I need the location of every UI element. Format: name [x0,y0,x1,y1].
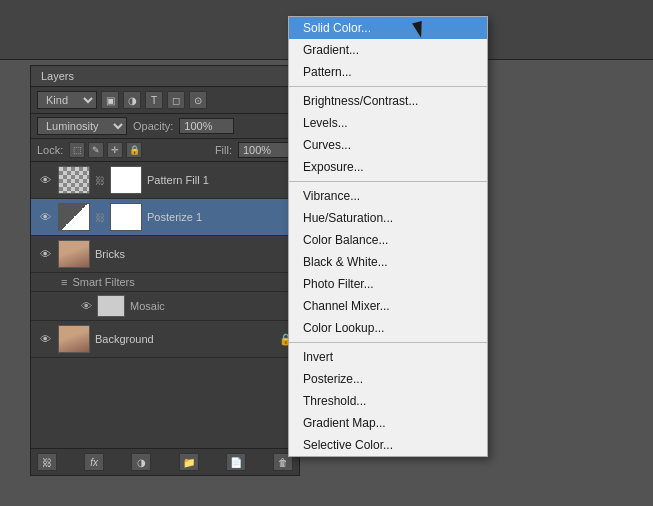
layer-thumb-pattern-fill [58,166,90,194]
mosaic-thumb [97,295,125,317]
layer-thumb-posterize [58,203,90,231]
menu-item-black-white[interactable]: Black & White... [289,251,487,273]
menu-item-color-lookup[interactable]: Color Lookup... [289,317,487,339]
smart-filters-label: Smart Filters [72,276,134,288]
menu-separator-after-exposure [289,181,487,182]
menu-item-brightness-contrast[interactable]: Brightness/Contrast... [289,90,487,112]
mosaic-visibility-icon[interactable]: 👁 [81,300,92,312]
layer-mask-posterize [110,203,142,231]
visibility-toggle-background[interactable]: 👁 [37,331,53,347]
adjustment-layer-menu: Solid Color...Gradient...Pattern...Brigh… [288,16,488,457]
filter-type-icon[interactable]: T [145,91,163,109]
lock-icons: ⬚ ✎ ✛ 🔒 [69,142,142,158]
new-layer-btn[interactable]: 📄 [226,453,246,471]
blend-mode-select[interactable]: Luminosity [37,117,127,135]
layer-name-bricks: Bricks [95,248,293,260]
mosaic-filter-row: 👁 Mosaic [31,292,299,321]
menu-item-solid-color[interactable]: Solid Color... [289,17,487,39]
layer-link-posterize: ⛓ [95,212,105,223]
visibility-toggle-posterize[interactable]: 👁 [37,209,53,225]
fill-input[interactable]: 100% [238,142,293,158]
layer-name-pattern-fill: Pattern Fill 1 [147,174,293,186]
fill-label: Fill: [215,144,232,156]
blend-options-row: Luminosity Opacity: 100% [31,114,299,139]
kind-select[interactable]: Kind [37,91,97,109]
layer-link-pattern-fill: ⛓ [95,175,105,186]
visibility-toggle-pattern-fill[interactable]: 👁 [37,172,53,188]
layer-item-posterize[interactable]: 👁 ⛓ Posterize 1 [31,199,299,236]
link-layers-btn[interactable]: ⛓ [37,453,57,471]
lock-position-btn[interactable]: ✛ [107,142,123,158]
menu-item-gradient[interactable]: Gradient... [289,39,487,61]
filter-adjustment-icon[interactable]: ◑ [123,91,141,109]
smart-filter-icon: ≡ [61,276,67,288]
menu-separator-after-pattern [289,86,487,87]
layer-thumb-bricks [58,240,90,268]
lock-transparent-btn[interactable]: ⬚ [69,142,85,158]
layer-name-posterize: Posterize 1 [147,211,293,223]
filter-smart-icon[interactable]: ⊙ [189,91,207,109]
opacity-input[interactable]: 100% [179,118,234,134]
lock-row: Lock: ⬚ ✎ ✛ 🔒 Fill: 100% [31,139,299,162]
mosaic-filter-name: Mosaic [130,300,165,312]
menu-item-vibrance[interactable]: Vibrance... [289,185,487,207]
layer-bottom-bar: ⛓ fx ◑ 📁 📄 🗑 [31,448,299,475]
menu-item-color-balance[interactable]: Color Balance... [289,229,487,251]
lock-pixel-btn[interactable]: ✎ [88,142,104,158]
filter-shape-icon[interactable]: ◻ [167,91,185,109]
layers-tab[interactable]: Layers [31,66,299,87]
menu-item-invert[interactable]: Invert [289,346,487,368]
menu-item-posterize[interactable]: Posterize... [289,368,487,390]
menu-item-levels[interactable]: Levels... [289,112,487,134]
layer-name-background: Background [95,333,274,345]
menu-item-gradient-map[interactable]: Gradient Map... [289,412,487,434]
fx-btn[interactable]: fx [84,453,104,471]
menu-item-photo-filter[interactable]: Photo Filter... [289,273,487,295]
menu-item-channel-mixer[interactable]: Channel Mixer... [289,295,487,317]
menu-item-pattern[interactable]: Pattern... [289,61,487,83]
menu-separator-after-color-lookup [289,342,487,343]
layer-item-bricks[interactable]: 👁 Bricks [31,236,299,273]
layer-item-background[interactable]: 👁 Background 🔒 [31,321,299,358]
menu-item-threshold[interactable]: Threshold... [289,390,487,412]
visibility-toggle-bricks[interactable]: 👁 [37,246,53,262]
filter-pixel-icon[interactable]: ▣ [101,91,119,109]
layers-list: 👁 ⛓ Pattern Fill 1 👁 ⛓ Posterize 1 👁 [31,162,299,448]
menu-item-curves[interactable]: Curves... [289,134,487,156]
new-fill-layer-btn[interactable]: ◑ [131,453,151,471]
layer-thumb-background [58,325,90,353]
menu-item-hue-saturation[interactable]: Hue/Saturation... [289,207,487,229]
smart-filters-row: ≡ Smart Filters [31,273,299,292]
layer-mask-pattern-fill [110,166,142,194]
opacity-label: Opacity: [133,120,173,132]
lock-all-btn[interactable]: 🔒 [126,142,142,158]
layers-toolbar: Kind ▣ ◑ T ◻ ⊙ [31,87,299,114]
layers-tab-label: Layers [41,70,74,82]
menu-item-exposure[interactable]: Exposure... [289,156,487,178]
new-group-btn[interactable]: 📁 [179,453,199,471]
menu-item-selective-color[interactable]: Selective Color... [289,434,487,456]
layer-item-pattern-fill[interactable]: 👁 ⛓ Pattern Fill 1 [31,162,299,199]
lock-label: Lock: [37,144,63,156]
layers-panel: Layers Kind ▣ ◑ T ◻ ⊙ Luminosity Opacity… [30,65,300,476]
